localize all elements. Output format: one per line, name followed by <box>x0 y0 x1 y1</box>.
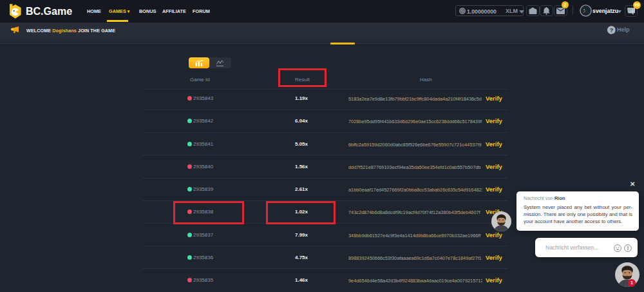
svg-text:?: ? <box>610 27 614 34</box>
